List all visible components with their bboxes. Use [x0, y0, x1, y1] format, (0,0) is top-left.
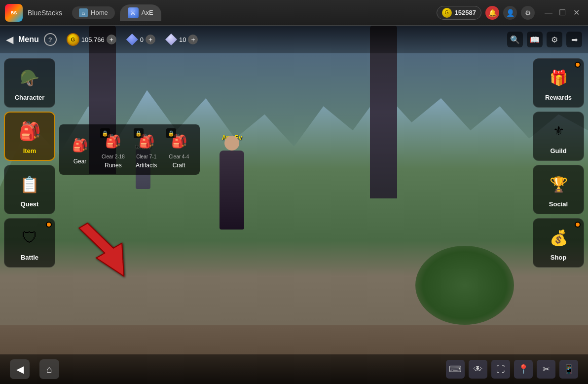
- exit-button[interactable]: ➡: [566, 32, 582, 47]
- eye-button[interactable]: 👁: [469, 360, 487, 379]
- coin-display: G 152587: [437, 6, 481, 20]
- sidebar-item-item[interactable]: 🎒 Item: [4, 112, 55, 161]
- guild-label: Guild: [550, 147, 566, 154]
- window-controls: — ☐ ✕: [543, 7, 582, 19]
- menu-label: Menu: [18, 35, 39, 44]
- artifacts-label: Artifacts: [136, 162, 157, 169]
- titlebar: BS BlueStacks ⌂ Home ⚔ AxE G 152587 🔔 👤 …: [0, 0, 588, 26]
- item-bar-craft[interactable]: 🎒 🔒 Clear 4-4 Craft: [163, 128, 195, 171]
- right-sidebar: 🎁 Rewards ⚜ Guild 🏆 Social 💰 Shop: [529, 53, 588, 354]
- quest-label: Quest: [21, 200, 39, 208]
- left-sidebar: 🪖 Character 🎒 Item 📋 Quest 🛡 Battle: [0, 53, 59, 354]
- sidebar-item-character[interactable]: 🪖 Character: [4, 58, 55, 108]
- axe-tab-title: AxE: [142, 9, 153, 16]
- red-arrow-annotation: [76, 218, 136, 287]
- game-area: tz4rcs3 AmaEv ◀ Menu ? G 105,766 + 0 + 1…: [0, 26, 588, 384]
- gold-icon: G: [67, 33, 79, 46]
- search-button[interactable]: 🔍: [507, 32, 523, 47]
- map-button[interactable]: 📖: [527, 32, 543, 47]
- gold-amount: 105,766: [81, 36, 105, 43]
- home-icon: ⌂: [79, 8, 88, 17]
- item-bar-runes[interactable]: 🎒 🔒 Clear 2-18 Runes: [97, 128, 130, 171]
- artifacts-clear-text: Clear 7-1: [136, 154, 156, 160]
- shop-icon: 💰: [546, 225, 571, 251]
- app-name: BlueStacks: [28, 9, 62, 17]
- item-label: Item: [23, 147, 37, 154]
- mobile-button[interactable]: 📱: [559, 360, 578, 379]
- bluestacks-logo: BS: [5, 4, 23, 22]
- gem-add-button[interactable]: +: [188, 35, 198, 44]
- coin-icon: G: [442, 8, 452, 18]
- rewards-icon: 🎁: [546, 65, 571, 91]
- craft-icon: 🎒 🔒: [168, 130, 190, 152]
- fullscreen-button[interactable]: ⛶: [491, 360, 510, 379]
- sidebar-item-quest[interactable]: 📋 Quest: [4, 165, 55, 214]
- crystal-icon: [126, 34, 138, 45]
- help-button[interactable]: ?: [44, 33, 57, 46]
- character-icon: 🪖: [17, 65, 42, 91]
- right-sidebar-guild[interactable]: ⚜ Guild: [533, 112, 584, 161]
- right-sidebar-shop[interactable]: 💰 Shop: [533, 218, 584, 268]
- craft-clear-text: Clear 4-4: [169, 154, 189, 160]
- crystal-amount: 0: [140, 36, 144, 43]
- battle-notification: [46, 222, 52, 228]
- coin-amount: 152587: [455, 9, 476, 16]
- gear-icon: 🎒: [69, 134, 91, 156]
- maximize-btn[interactable]: ☐: [556, 7, 568, 19]
- axe-tab-icon: ⚔: [128, 7, 139, 18]
- minimize-btn[interactable]: —: [543, 7, 554, 19]
- social-label: Social: [549, 200, 568, 208]
- back-nav-button[interactable]: ◀: [10, 359, 30, 379]
- runes-label: Runes: [105, 162, 122, 169]
- right-sidebar-rewards[interactable]: 🎁 Rewards: [533, 58, 584, 108]
- quest-icon: 📋: [17, 172, 42, 197]
- location-button[interactable]: 📍: [514, 360, 533, 379]
- bottom-bar: ◀ ⌂ ⌨ 👁 ⛶ 📍 ✂ 📱: [0, 354, 588, 384]
- home-nav-button[interactable]: ⌂: [39, 359, 59, 379]
- character-figure: AmaEv: [212, 134, 252, 233]
- keyboard-button[interactable]: ⌨: [446, 360, 465, 379]
- craft-label: Craft: [173, 162, 185, 169]
- gem-amount: 10: [179, 36, 186, 43]
- guild-icon: ⚜: [546, 118, 571, 144]
- bottom-nav-right: ⌨ 👁 ⛶ 📍 ✂ 📱: [446, 360, 578, 379]
- item-bar: 🎒 Gear 🎒 🔒 Clear 2-18 Runes 🎒 🔒 Clear 7-…: [59, 124, 200, 175]
- gem-icon: [165, 34, 177, 45]
- char-body: [220, 151, 244, 230]
- axe-tab[interactable]: ⚔ AxE: [120, 4, 161, 21]
- svg-marker-0: [79, 218, 136, 284]
- shop-label: Shop: [551, 254, 567, 261]
- back-button[interactable]: ◀: [6, 34, 13, 45]
- close-btn[interactable]: ✕: [570, 7, 582, 19]
- scissors-button[interactable]: ✂: [537, 360, 555, 379]
- battle-label: Battle: [21, 254, 38, 261]
- shop-notification: [575, 222, 581, 228]
- settings-btn[interactable]: ⚙: [521, 6, 535, 20]
- gear-label: Gear: [74, 158, 87, 165]
- titlebar-right-controls: G 152587 🔔 👤 ⚙ — ☐ ✕: [437, 6, 582, 20]
- item-bar-gear[interactable]: 🎒 Gear: [64, 132, 96, 167]
- hud-right-icons: 🔍 📖 ⚙ ➡: [507, 32, 582, 47]
- artifacts-lock-icon: 🔒: [134, 128, 144, 138]
- notification-btn[interactable]: 🔔: [485, 6, 499, 20]
- rewards-label: Rewards: [545, 94, 572, 101]
- social-icon: 🏆: [546, 172, 571, 197]
- account-btn[interactable]: 👤: [503, 6, 517, 20]
- runes-lock-icon: 🔒: [100, 128, 110, 138]
- crystal-add-button[interactable]: +: [146, 35, 155, 44]
- home-label: Home: [91, 9, 108, 16]
- item-bar-artifacts[interactable]: 🎒 🔒 Clear 7-1 Artifacts: [131, 128, 162, 171]
- game-hud-top: ◀ Menu ? G 105,766 + 0 + 10 + 🔍 📖 ⚙ ➡: [0, 26, 588, 53]
- vegetation: [415, 246, 514, 325]
- gold-add-button[interactable]: +: [107, 35, 116, 44]
- crystal-resource: 0 +: [126, 34, 155, 45]
- back-arrow-icon: ◀: [6, 34, 13, 45]
- bottom-nav-left: ◀ ⌂: [10, 359, 59, 379]
- craft-lock-icon: 🔒: [166, 128, 176, 138]
- character-label: Character: [15, 94, 45, 101]
- battle-icon: 🛡: [17, 225, 42, 251]
- home-button[interactable]: ⌂ Home: [72, 6, 115, 19]
- settings-game-button[interactable]: ⚙: [547, 32, 562, 47]
- right-sidebar-social[interactable]: 🏆 Social: [533, 165, 584, 214]
- sidebar-item-battle[interactable]: 🛡 Battle: [4, 218, 55, 268]
